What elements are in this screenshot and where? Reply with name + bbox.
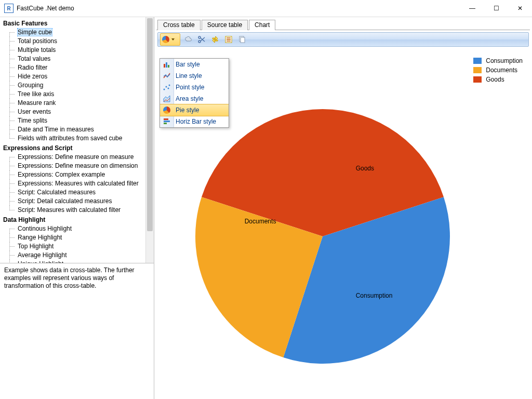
svg-point-9 bbox=[166, 86, 167, 88]
svg-rect-7 bbox=[168, 65, 169, 68]
list-icon-button[interactable] bbox=[223, 34, 234, 45]
tree-item[interactable]: Script: Measures with calculated filter bbox=[3, 206, 143, 215]
window-title: FastCube .Net demo bbox=[17, 5, 74, 12]
tree-item-label: Fields with attributes from saved cube bbox=[18, 135, 122, 142]
svg-rect-5 bbox=[164, 64, 165, 68]
legend-item: Documents bbox=[473, 65, 523, 75]
tree-item[interactable]: Expressions: Measures with calculated fi… bbox=[3, 179, 143, 188]
tree-item-label: Unique Highlight bbox=[18, 260, 63, 263]
tree-item-label: Expressions: Define measure on measure bbox=[18, 153, 134, 161]
tree-section-header[interactable]: Expressions and Script bbox=[3, 143, 143, 153]
tree-item[interactable]: Average Highlight bbox=[3, 251, 143, 260]
chart-style-dropdown-button[interactable] bbox=[160, 33, 180, 46]
feature-tree[interactable]: Basic FeaturesSimple cubeTotal positions… bbox=[0, 17, 146, 263]
maximize-button[interactable]: ☐ bbox=[484, 0, 508, 17]
tree-item[interactable]: Grouping bbox=[3, 81, 143, 90]
tree-item[interactable]: Fields with attributes from saved cube bbox=[3, 134, 143, 143]
legend-label: Documents bbox=[486, 66, 517, 74]
svg-point-8 bbox=[164, 89, 165, 90]
tree-item-label: Total values bbox=[18, 55, 50, 62]
svg-rect-13 bbox=[164, 121, 170, 122]
tree-item[interactable]: Total values bbox=[3, 55, 143, 63]
svg-rect-6 bbox=[166, 62, 167, 68]
tab-chart[interactable]: Chart bbox=[249, 20, 275, 30]
tree-item[interactable]: Unique Highlight bbox=[3, 260, 143, 263]
tree-item-label: Range Highlight bbox=[18, 234, 62, 241]
pie-icon bbox=[162, 36, 169, 43]
tree-item[interactable]: Range Highlight bbox=[3, 233, 143, 242]
tree-item[interactable]: Measure rank bbox=[3, 99, 143, 108]
tree-item[interactable]: Radio filter bbox=[3, 63, 143, 72]
tree-section-header[interactable]: Basic Features bbox=[3, 19, 143, 28]
tab-cross-table[interactable]: Cross table bbox=[157, 20, 201, 30]
chart-style-menu[interactable]: Bar styleLine stylePoint styleArea style… bbox=[159, 58, 229, 128]
tree-item[interactable]: Simple cube bbox=[3, 28, 143, 37]
legend-label: Goods bbox=[486, 76, 504, 83]
svg-point-1 bbox=[198, 41, 201, 43]
tree-item[interactable]: Date and Time in measures bbox=[3, 125, 143, 134]
menu-item-icon bbox=[162, 105, 171, 115]
tree-item-label: Time splits bbox=[18, 117, 47, 124]
app-icon: R bbox=[4, 4, 14, 13]
tree-item-label: Hide zeros bbox=[18, 73, 47, 80]
svg-point-11 bbox=[169, 85, 170, 86]
menu-item-label: Point style bbox=[176, 84, 204, 91]
example-description: Example shows data in cross-table. The f… bbox=[0, 263, 154, 399]
menu-item-icon bbox=[162, 94, 171, 103]
tree-item[interactable]: Total positions bbox=[3, 37, 143, 46]
tree-item[interactable]: Top Highlight bbox=[3, 242, 143, 251]
svg-rect-14 bbox=[164, 123, 167, 124]
menu-item-area-style[interactable]: Area style bbox=[160, 93, 229, 104]
tree-item[interactable]: Expressions: Define measure on measure bbox=[3, 153, 143, 162]
window-controls: — ☐ ✕ bbox=[460, 0, 532, 17]
tree-item-label: Expressions: Complex example bbox=[18, 171, 105, 178]
minimize-button[interactable]: — bbox=[460, 0, 484, 17]
tree-item[interactable]: Script: Calculated measures bbox=[3, 188, 143, 197]
tree-item[interactable]: Multiple totals bbox=[3, 46, 143, 55]
tree-item-label: Expressions: Measures with calculated fi… bbox=[18, 180, 139, 187]
tree-item-label: Radio filter bbox=[18, 64, 47, 71]
menu-item-icon bbox=[162, 60, 171, 69]
tree-item[interactable]: Script: Detail calculated measures bbox=[3, 197, 143, 206]
main-panel: Cross tableSource tableChart bbox=[154, 17, 532, 399]
tree-item-label: Total positions bbox=[18, 37, 57, 45]
tree-item[interactable]: User events bbox=[3, 108, 143, 116]
tree-section-header[interactable]: Data Highlight bbox=[3, 215, 143, 224]
tree-scrollbar[interactable] bbox=[145, 17, 154, 263]
tree-item[interactable]: Time splits bbox=[3, 116, 143, 125]
tree-item-label: Script: Calculated measures bbox=[18, 189, 96, 196]
tree-item-label: User events bbox=[18, 108, 51, 115]
view-tabs: Cross tableSource tableChart bbox=[154, 17, 532, 30]
tree-item[interactable]: Expressions: Complex example bbox=[3, 170, 143, 179]
chart-legend: ConsumptionDocumentsGoods bbox=[473, 56, 523, 84]
menu-item-pie-style[interactable]: Pie style bbox=[160, 104, 229, 116]
menu-item-line-style[interactable]: Line style bbox=[160, 70, 229, 82]
tab-source-table[interactable]: Source table bbox=[202, 20, 248, 30]
menu-item-bar-style[interactable]: Bar style bbox=[160, 59, 229, 70]
tree-item-label: Tree like axis bbox=[18, 90, 54, 98]
menu-item-label: Pie style bbox=[176, 107, 199, 114]
svg-point-10 bbox=[168, 88, 169, 89]
legend-swatch bbox=[473, 58, 482, 64]
copy-icon-button[interactable] bbox=[236, 34, 248, 45]
legend-item: Consumption bbox=[473, 56, 523, 65]
swap-icon-button[interactable] bbox=[209, 34, 221, 45]
scissors-icon-button[interactable] bbox=[196, 34, 207, 45]
tree-item-label: Average Highlight bbox=[18, 251, 67, 259]
dropdown-caret-icon bbox=[171, 38, 175, 41]
close-button[interactable]: ✕ bbox=[508, 0, 532, 17]
tree-item[interactable]: Hide zeros bbox=[3, 72, 143, 81]
menu-item-label: Horiz Bar style bbox=[176, 118, 216, 125]
tree-item-label: Simple cube bbox=[18, 29, 52, 36]
scrollbar-thumb[interactable] bbox=[147, 18, 153, 231]
menu-item-horiz-bar-style[interactable]: Horiz Bar style bbox=[160, 116, 229, 127]
tree-item[interactable]: Tree like axis bbox=[3, 90, 143, 99]
tree-item-label: Multiple totals bbox=[18, 46, 56, 54]
tree-item[interactable]: Continous Highlight bbox=[3, 224, 143, 233]
titlebar: R FastCube .Net demo — ☐ ✕ bbox=[0, 0, 532, 17]
sidebar: Basic FeaturesSimple cubeTotal positions… bbox=[0, 17, 154, 399]
menu-item-point-style[interactable]: Point style bbox=[160, 82, 229, 93]
cloud-icon-button[interactable] bbox=[182, 34, 194, 45]
tree-item-label: Continous Highlight bbox=[18, 225, 72, 232]
tree-item[interactable]: Expressions: Define measure on dimension bbox=[3, 162, 143, 170]
